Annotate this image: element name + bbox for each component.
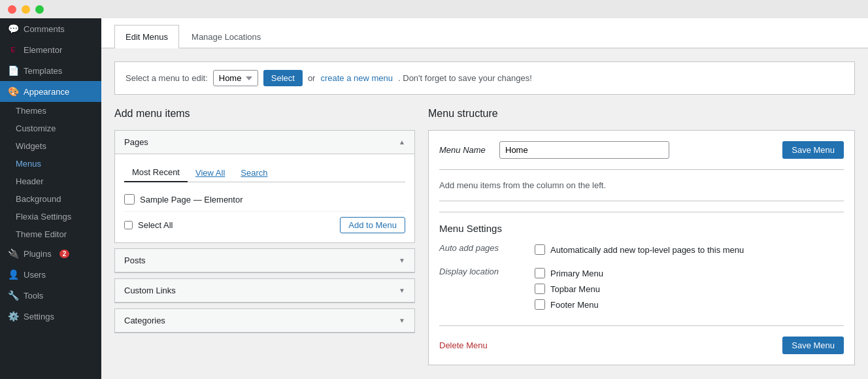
sidebar-item-label: Elementor: [24, 45, 62, 55]
close-button[interactable]: [8, 5, 16, 14]
sidebar-item-users[interactable]: 👤 Users: [0, 264, 101, 285]
auto-add-checkbox-label: Automatically add new top-level pages to…: [550, 245, 744, 255]
themes-label: Themes: [16, 106, 46, 116]
tab-edit-menus[interactable]: Edit Menus: [114, 25, 179, 48]
custom-links-accordion: Custom Links ▼: [114, 278, 415, 303]
sidebar-item-menus[interactable]: Menus: [0, 155, 101, 173]
sidebar-item-label: Plugins: [24, 249, 52, 259]
posts-accordion: Posts ▼: [114, 248, 415, 273]
pages-accordion-header[interactable]: Pages ▲: [115, 131, 414, 154]
sidebar-item-flexia-settings[interactable]: Flexia Settings: [0, 208, 101, 225]
sidebar-item-background[interactable]: Background: [0, 190, 101, 208]
create-new-menu-link[interactable]: create a new menu: [320, 73, 393, 83]
add-menu-items-column: Add menu items Pages ▲ Most Recent View …: [114, 108, 415, 338]
header-label: Header: [16, 176, 44, 186]
pages-accordion: Pages ▲ Most Recent View All Search Samp…: [114, 130, 415, 243]
settings-icon: ⚙️: [8, 311, 18, 321]
add-items-hint: Add menu items from the column on the le…: [439, 169, 844, 201]
primary-menu-checkbox[interactable]: [535, 268, 545, 278]
sidebar-sub-menu: Themes Customize Widgets Menus Header Ba…: [0, 102, 101, 243]
sidebar-item-settings[interactable]: ⚙️ Settings: [0, 306, 101, 327]
sidebar-item-label: Users: [24, 270, 46, 280]
categories-label: Categories: [124, 316, 165, 325]
content-area: Select a menu to edit: Home Select or cr…: [101, 48, 868, 378]
footer-menu-checkbox[interactable]: [535, 299, 545, 310]
sidebar-item-customize[interactable]: Customize: [0, 120, 101, 137]
tab-search[interactable]: Search: [233, 163, 275, 182]
menu-name-label: Menu Name: [439, 145, 492, 155]
delete-menu-link[interactable]: Delete Menu: [439, 340, 488, 350]
tabs-bar: Edit Menus Manage Locations: [101, 18, 868, 48]
add-menu-items-title: Add menu items: [114, 108, 415, 120]
flexia-settings-label: Flexia Settings: [16, 212, 71, 222]
display-location-row: Display location Primary Menu Topbar Men…: [439, 265, 844, 312]
page-checkbox-sample[interactable]: [124, 194, 135, 205]
save-menu-button-top[interactable]: Save Menu: [782, 141, 844, 159]
sidebar-item-tools[interactable]: 🔧 Tools: [0, 285, 101, 306]
sidebar-item-theme-editor[interactable]: Theme Editor: [0, 225, 101, 243]
select-menu-bar: Select a menu to edit: Home Select or cr…: [114, 61, 855, 95]
custom-links-label: Custom Links: [124, 286, 176, 295]
primary-menu-item: Primary Menu: [535, 265, 844, 281]
posts-chevron-icon: ▼: [399, 257, 405, 264]
main-content: Edit Menus Manage Locations Select a men…: [101, 0, 868, 379]
topbar-menu-checkbox[interactable]: [535, 284, 545, 294]
select-button[interactable]: Select: [263, 70, 303, 86]
custom-links-chevron-icon: ▼: [399, 287, 405, 294]
plugins-badge: 2: [59, 250, 70, 258]
hint-text: . Don't forget to save your changes!: [398, 73, 532, 83]
menu-structure-panel: Menu Name Save Menu Add menu items from …: [428, 130, 855, 365]
widgets-label: Widgets: [16, 141, 46, 151]
sidebar-item-label: Templates: [24, 66, 62, 76]
sidebar-item-templates[interactable]: 📄 Templates: [0, 60, 101, 81]
menus-label: Menus: [16, 159, 41, 169]
add-to-menu-button[interactable]: Add to Menu: [340, 217, 405, 233]
tab-most-recent[interactable]: Most Recent: [124, 163, 188, 182]
tab-view-all[interactable]: View All: [188, 163, 233, 182]
maximize-button[interactable]: [35, 5, 44, 14]
menu-select-dropdown[interactable]: Home: [213, 70, 258, 86]
sidebar-item-label: Settings: [24, 312, 54, 321]
sidebar-item-appearance[interactable]: 🎨 Appearance: [0, 81, 101, 102]
categories-accordion-header[interactable]: Categories ▼: [115, 309, 414, 333]
auto-add-checkbox[interactable]: [535, 244, 545, 255]
posts-label: Posts: [124, 255, 146, 265]
pages-inner-tabs: Most Recent View All Search: [124, 163, 405, 182]
select-menu-label: Select a menu to edit:: [125, 73, 208, 83]
auto-add-content: Automatically add new top-level pages to…: [535, 242, 844, 257]
comments-icon: 💬: [8, 24, 18, 34]
sidebar-item-widgets[interactable]: Widgets: [0, 137, 101, 155]
tools-icon: 🔧: [8, 290, 18, 301]
tab-manage-locations[interactable]: Manage Locations: [180, 25, 272, 48]
background-label: Background: [16, 194, 61, 204]
appearance-icon: 🎨: [8, 86, 18, 97]
pages-chevron-icon: ▲: [399, 139, 405, 146]
menu-name-input[interactable]: [499, 141, 669, 159]
plugins-icon: 🔌: [8, 248, 18, 259]
sidebar-item-elementor[interactable]: E Elementor: [0, 39, 101, 60]
sidebar-item-plugins[interactable]: 🔌 Plugins 2: [0, 243, 101, 264]
auto-add-checkbox-item: Automatically add new top-level pages to…: [535, 242, 844, 257]
categories-accordion: Categories ▼: [114, 308, 415, 333]
pages-label: Pages: [124, 137, 148, 147]
minimize-button[interactable]: [22, 5, 30, 14]
sidebar-item-themes[interactable]: Themes: [0, 102, 101, 120]
custom-links-accordion-header[interactable]: Custom Links ▼: [115, 279, 414, 303]
page-item-sample: Sample Page — Elementor: [124, 190, 405, 208]
templates-icon: 📄: [8, 65, 18, 76]
sidebar-item-comments[interactable]: 💬 Comments: [0, 18, 101, 39]
posts-accordion-header[interactable]: Posts ▼: [115, 249, 414, 272]
sidebar-item-header[interactable]: Header: [0, 173, 101, 190]
footer-menu-item: Footer Menu: [535, 297, 844, 312]
display-location-content: Primary Menu Topbar Menu Footer Menu: [535, 265, 844, 312]
page-item-label: Sample Page — Elementor: [140, 195, 243, 205]
menu-structure-column: Menu structure Menu Name Save Menu Add m…: [428, 108, 855, 365]
save-menu-button-bottom[interactable]: Save Menu: [782, 337, 844, 354]
topbar-menu-item: Topbar Menu: [535, 281, 844, 297]
select-all-checkbox[interactable]: [124, 221, 133, 229]
display-location-label: Display location: [439, 265, 524, 276]
topbar-menu-label: Topbar Menu: [550, 284, 600, 294]
theme-editor-label: Theme Editor: [16, 229, 67, 239]
auto-add-pages-row: Auto add pages Automatically add new top…: [439, 242, 844, 257]
menu-name-row: Menu Name Save Menu: [439, 141, 844, 159]
